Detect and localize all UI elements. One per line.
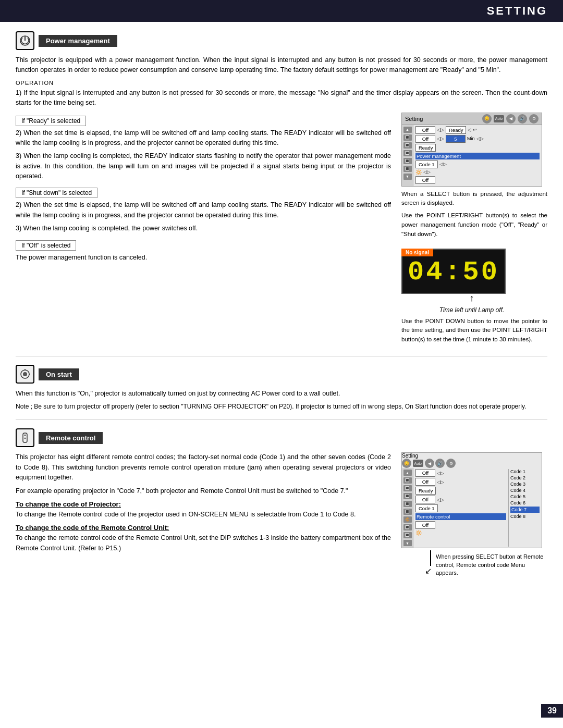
remote-code1b: Code 1 — [510, 469, 540, 474]
remote-sidebar-icon8: 🔳 — [403, 524, 412, 530]
remote-ui-code1: Code 1 — [415, 504, 438, 512]
power-management-section-header: Power management — [16, 31, 547, 50]
point-down-text: Use the POINT DOWN button to move the po… — [401, 317, 547, 344]
ui-sidebar-icon5: 🔳 — [403, 158, 412, 164]
ui-icon-lamp: 🔆 — [415, 169, 422, 175]
remote-sidebar-icon10: ▼ — [403, 540, 412, 546]
remote-ui-row-off3: Off ◁▷ — [415, 496, 506, 503]
ui-row-off1: Off ◁▷ Ready ◁ ↩ — [415, 126, 540, 134]
page-header: SETTING — [0, 0, 563, 22]
remote-ui-icon3: ⚙ — [446, 459, 456, 468]
no-signal-badge: No signal — [401, 249, 433, 256]
remote-caption: When pressing SELECT button at Remote co… — [436, 553, 547, 577]
ui-arrow1: ◁▷ — [437, 127, 444, 132]
remote-sidebar-icon1: ▲ — [403, 470, 412, 476]
remote-text2: For example operating projector in "Code… — [16, 486, 391, 496]
remote-text3: To change the Remote control code of the… — [16, 510, 391, 520]
power-management-icon — [16, 31, 34, 50]
svg-point-8 — [25, 438, 26, 439]
ui-min-label: Min — [467, 136, 475, 141]
ui-sidebar-icon3: 🔳 — [403, 142, 412, 149]
timer-value: 04:50 — [408, 257, 499, 288]
condition1-step3: 3) When the lamp cooling is completed, t… — [16, 151, 391, 181]
ui-arrow2: ◁ — [468, 127, 471, 132]
remote-text1: This projector has eight different remot… — [16, 452, 391, 483]
remote-ui-off1: Off — [415, 469, 435, 477]
ui-ready-val: Ready — [446, 126, 466, 134]
power-management-intro: This projector is equipped with a power … — [16, 55, 547, 76]
on-start-icon — [16, 365, 34, 384]
svg-point-3 — [23, 372, 27, 376]
remote-ui-row-off1: Off ◁▷ — [415, 469, 506, 477]
operation-label: OPERATION — [16, 80, 547, 86]
power-management-title: Power management — [39, 35, 117, 47]
divider1 — [16, 356, 547, 356]
ui-sidebar-icon2: 🔳 — [403, 134, 412, 141]
remote-ui-icon-face: 😊 — [402, 459, 411, 468]
ui-sidebar-icon1: ▲ — [403, 127, 412, 133]
remote-control-icon — [16, 428, 34, 447]
remote-sidebar-icon2: 🔳 — [403, 477, 412, 484]
remote-text4: To change the remote control code of the… — [16, 533, 391, 553]
condition2-box: If "Shut down" is selected — [16, 188, 97, 198]
remote-code3: Code 3 — [510, 482, 540, 487]
remote-ui-ready: Ready — [415, 487, 436, 495]
remote-sidebar-icon3: 🔳 — [403, 485, 412, 491]
timer-display-container: No signal 04:50 ↑ Time left until Lamp o… — [401, 244, 542, 314]
ui-row-icon: 🔆 ◁▷ — [415, 169, 540, 175]
ui-arrow7: ◁▷ — [423, 169, 431, 175]
remote-ui-icon-sym: 🔆 — [415, 530, 422, 536]
remote-ui-row-code1: Code 1 — [415, 504, 506, 512]
ui-sidebar-icon6: 🔳 — [403, 166, 412, 172]
ui-row-code1: Code 1 ◁▷ — [415, 161, 540, 168]
page-title: SETTING — [487, 4, 547, 17]
arrow-line — [430, 550, 431, 566]
remote-ui-row-off2: Off ◁▷ — [415, 478, 506, 486]
on-start-note: Note ; Be sure to turn projector off pro… — [16, 402, 547, 411]
remote-code4: Code 4 — [510, 488, 540, 493]
divider2 — [16, 419, 547, 420]
remote-sidebar-icon4: 🔳 — [403, 493, 412, 499]
ui-arrow6: ◁▷ — [439, 162, 447, 167]
on-start-section: On start When this function is "On," pro… — [16, 365, 547, 411]
ui-off-val3: Off — [415, 176, 435, 184]
timer-arrow: ↑ — [401, 293, 542, 304]
remote-ui-setting-label: Setting — [402, 453, 418, 459]
remote-ui-icon1: ◀ — [425, 459, 434, 468]
ui-arrow4: ◁▷ — [437, 136, 444, 141]
remote-control-section-header: Remote control — [16, 428, 547, 447]
ui-sidebar-icon4: 🔳 — [403, 150, 412, 156]
ui-row-off3: Off — [415, 176, 540, 184]
condition3-text: The power management function is cancele… — [16, 253, 391, 263]
ui-ready-val2: Ready — [415, 144, 436, 152]
svg-rect-7 — [24, 435, 26, 436]
condition2-text: If "Shut down" is selected — [21, 189, 92, 196]
page-number: 39 — [541, 704, 563, 718]
ui-sidebar-icon7: ▼ — [403, 174, 412, 180]
remote-ui-off3: Off — [415, 496, 435, 503]
remote-sidebar-icon7: 🔆 — [403, 516, 412, 523]
remote-code7: Code 7 — [510, 507, 540, 513]
ui-icon-nav1: ◀ — [506, 114, 516, 124]
condition3-text: If "Off" is selected — [21, 242, 70, 249]
remote-control-title: Remote control — [39, 432, 103, 444]
ui-icon-nav2: 🔊 — [518, 114, 527, 124]
remote-control-ui-screenshot: Setting 😊 Auto ◀ 🔊 ⚙ ▲ 🔳 — [401, 452, 542, 548]
remote-ui-row-ready: Ready — [415, 487, 506, 495]
ui-icon-face: 😊 — [482, 114, 492, 124]
ui-off-val2: Off — [415, 135, 435, 143]
remote-ui-highlight: Remote control — [415, 513, 506, 520]
remote-ui-off-r: Off — [415, 521, 435, 529]
remote-control-section: Remote control This projector has eight … — [16, 428, 547, 577]
ui-auto-label: Auto — [494, 115, 504, 122]
on-start-title: On start — [39, 368, 79, 380]
time-label: Time left until Lamp off. — [401, 306, 542, 314]
remote-sidebar-icon6: 🔳 — [403, 509, 412, 515]
remote-ui-row-icon: 🔆 — [415, 530, 506, 536]
ui-5min-val: 5 — [446, 135, 466, 143]
remote-ui-row-off-r: Off — [415, 521, 506, 529]
ui-setting-label: Setting — [405, 116, 423, 122]
remote-code5: Code 5 — [510, 494, 540, 499]
ui-arrow5: ◁▷ — [476, 136, 484, 141]
remote-code2: Code 2 — [510, 475, 540, 480]
